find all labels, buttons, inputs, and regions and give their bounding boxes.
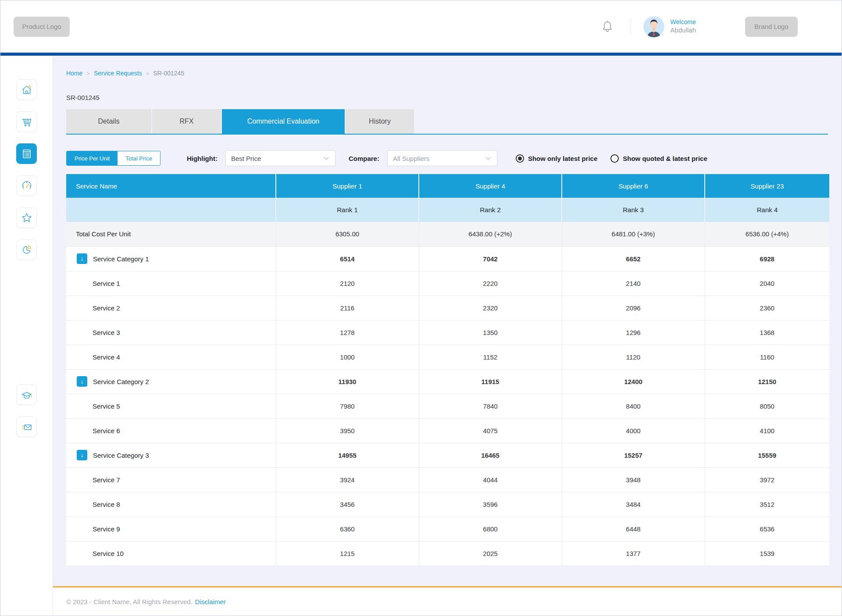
cart-icon bbox=[21, 116, 33, 128]
sidebar-item-service-requests[interactable] bbox=[16, 143, 37, 164]
brand-logo: Brand Logo bbox=[745, 17, 798, 37]
rank-cell: Rank 1 bbox=[276, 198, 419, 222]
breadcrumb: Home>Service Requests>SR-001245 bbox=[66, 70, 828, 77]
price-cell: 2116 bbox=[276, 296, 419, 320]
service-name-cell: Service 9 bbox=[66, 516, 276, 541]
rank-row: Rank 1Rank 2Rank 3Rank 4 bbox=[66, 198, 829, 222]
category-label: Service Category 1 bbox=[93, 255, 149, 263]
toggle-option-price-per-unit[interactable]: Price Per Unit bbox=[67, 151, 118, 165]
price-cell: 6438.00 (+2%) bbox=[419, 222, 562, 246]
price-cell: 7042 bbox=[419, 246, 562, 271]
price-cell: 1377 bbox=[562, 541, 705, 566]
sidebar-item-home[interactable] bbox=[16, 79, 37, 100]
rank-empty-cell bbox=[66, 198, 276, 222]
page-title: SR-001245 bbox=[66, 94, 828, 101]
price-cell: 2040 bbox=[705, 271, 829, 296]
tab-rfx[interactable]: RFX bbox=[152, 109, 221, 134]
service-row: Service 57980784084008050 bbox=[66, 394, 829, 418]
price-cell: 14955 bbox=[276, 443, 419, 467]
toggle-option-total-price[interactable]: Total Price bbox=[118, 151, 160, 165]
service-name-cell: Service 5 bbox=[66, 394, 276, 418]
rank-cell: Rank 4 bbox=[705, 198, 829, 222]
service-row: Service 83456359634843512 bbox=[66, 492, 829, 516]
service-name-cell: Service 6 bbox=[66, 418, 276, 443]
service-name-cell: Service 2 bbox=[66, 296, 276, 320]
price-cell: 1000 bbox=[276, 345, 419, 369]
price-mode-toggle: Price Per UnitTotal Price bbox=[66, 151, 161, 166]
expand-category-button[interactable]: ↓ bbox=[77, 253, 87, 264]
breadcrumb-item-sr-001245: SR-001245 bbox=[153, 70, 184, 77]
avatar[interactable] bbox=[643, 16, 664, 37]
sidebar-item-messages[interactable] bbox=[16, 417, 37, 437]
service-name-cell: Total Cost Per Unit bbox=[66, 222, 276, 246]
service-row: Service 22116232020962360 bbox=[66, 296, 829, 320]
compare-label: Compare: bbox=[349, 155, 379, 162]
column-header-supplier: Supplier 23 bbox=[705, 174, 829, 198]
app-window: Product Logo Welcome bbox=[0, 0, 842, 616]
breadcrumb-separator: > bbox=[86, 70, 90, 77]
radio-show-quoted-latest-price[interactable]: Show quoted & latest price bbox=[610, 154, 707, 163]
service-requests-icon bbox=[21, 148, 33, 160]
price-cell: 6448 bbox=[562, 516, 705, 541]
highlight-select[interactable]: Best Price bbox=[225, 150, 335, 166]
price-cell: 1215 bbox=[276, 541, 419, 566]
radio-button-icon bbox=[516, 154, 524, 163]
breadcrumb-separator: > bbox=[146, 70, 150, 77]
price-cell: 3484 bbox=[562, 492, 705, 516]
price-cell: 3596 bbox=[419, 492, 562, 516]
sidebar-item-reports[interactable] bbox=[16, 239, 37, 260]
total-row: Total Cost Per Unit6305.006438.00 (+2%)6… bbox=[66, 222, 829, 246]
category-label: Service Category 2 bbox=[93, 378, 149, 385]
bell-icon[interactable] bbox=[602, 20, 613, 33]
breadcrumb-item-service-requests[interactable]: Service Requests bbox=[94, 70, 142, 77]
service-name-cell: Service 1 bbox=[66, 271, 276, 296]
price-cell: 8050 bbox=[705, 394, 829, 418]
tab-history[interactable]: History bbox=[346, 109, 414, 134]
tab-underline bbox=[66, 134, 828, 135]
service-row: Service 12120222021402040 bbox=[66, 271, 829, 296]
sidebar-item-education[interactable] bbox=[16, 385, 37, 405]
highlight-selected-value: Best Price bbox=[231, 155, 261, 162]
rank-cell: Rank 2 bbox=[419, 198, 562, 222]
expand-category-button[interactable]: ↓ bbox=[77, 376, 87, 387]
tab-details[interactable]: Details bbox=[66, 109, 151, 134]
service-row: Service 96360680064486536 bbox=[66, 516, 829, 541]
expand-category-button[interactable]: ↓ bbox=[77, 450, 87, 460]
price-cell: 1152 bbox=[419, 345, 562, 369]
price-cell: 1296 bbox=[562, 320, 705, 345]
tab-bar: DetailsRFXCommercial EvaluationHistory bbox=[66, 109, 828, 134]
price-cell: 16465 bbox=[419, 443, 562, 467]
price-cell: 1368 bbox=[705, 320, 829, 345]
category-name-cell: ↓Service Category 3 bbox=[66, 443, 276, 467]
footer: © 2023 - Client Name, All Rights Reserve… bbox=[53, 586, 842, 616]
radio-show-only-latest-price[interactable]: Show only latest price bbox=[516, 154, 597, 163]
price-cell: 6481.00 (+3%) bbox=[562, 222, 705, 246]
sidebar-item-favorites[interactable] bbox=[16, 207, 37, 228]
price-cell: 15559 bbox=[705, 443, 829, 467]
sidebar-nav bbox=[0, 56, 53, 616]
radio-label: Show quoted & latest price bbox=[623, 155, 707, 162]
product-logo: Product Logo bbox=[14, 17, 70, 37]
category-row: ↓Service Category 211930119151240012150 bbox=[66, 369, 829, 394]
column-header-supplier: Supplier 6 bbox=[562, 174, 705, 198]
sidebar-item-dashboard[interactable] bbox=[16, 175, 37, 196]
price-cell: 3456 bbox=[276, 492, 419, 516]
service-row: Service 73924404439483972 bbox=[66, 467, 829, 492]
header-accent-bar bbox=[0, 53, 842, 56]
category-name-cell: ↓Service Category 1 bbox=[66, 246, 276, 271]
price-cell: 11930 bbox=[276, 369, 419, 394]
price-cell: 6536 bbox=[705, 516, 829, 541]
compare-select[interactable]: All Suppliers bbox=[387, 150, 497, 166]
price-cell: 6305.00 bbox=[276, 222, 419, 246]
disclaimer-link[interactable]: Disclaimer bbox=[195, 598, 226, 605]
category-label: Service Category 3 bbox=[93, 452, 149, 459]
education-icon bbox=[21, 389, 33, 401]
tab-commercial-evaluation[interactable]: Commercial Evaluation bbox=[222, 109, 345, 134]
column-header-supplier: Supplier 1 bbox=[276, 174, 419, 198]
service-name-cell: Service 4 bbox=[66, 345, 276, 369]
breadcrumb-item-home[interactable]: Home bbox=[66, 70, 82, 77]
service-row: Service 41000115211201160 bbox=[66, 345, 829, 369]
sidebar-item-cart[interactable] bbox=[16, 111, 37, 132]
price-cell: 2120 bbox=[276, 271, 419, 296]
price-cell: 6928 bbox=[705, 246, 829, 271]
